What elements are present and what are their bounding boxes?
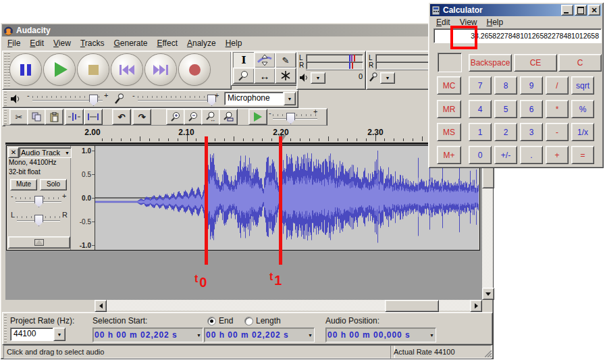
memory-store-button[interactable]: MS bbox=[437, 123, 461, 141]
time-shift-tool-button[interactable]: ↔ bbox=[254, 68, 275, 84]
menu-tracks[interactable]: Tracks bbox=[76, 37, 109, 49]
key-subtract[interactable]: - bbox=[546, 123, 569, 141]
waveform-area[interactable] bbox=[95, 146, 479, 250]
envelope-tool-button[interactable] bbox=[254, 52, 275, 68]
key-5[interactable]: 5 bbox=[494, 100, 517, 118]
toolbar-gripper[interactable] bbox=[4, 110, 7, 124]
memory-clear-button[interactable]: MC bbox=[437, 76, 461, 95]
calculator-titlebar[interactable]: Calculator ✕ bbox=[430, 4, 602, 16]
zoom-out-button[interactable] bbox=[184, 109, 203, 125]
pause-button[interactable] bbox=[10, 54, 41, 85]
horizontal-scrollbar[interactable] bbox=[95, 300, 482, 311]
calc-menu-help[interactable]: Help bbox=[482, 16, 508, 28]
copy-button[interactable] bbox=[27, 109, 46, 125]
zoom-in-button[interactable] bbox=[166, 109, 185, 125]
key-6[interactable]: 6 bbox=[520, 100, 543, 118]
play-button[interactable] bbox=[44, 54, 75, 85]
menu-effect[interactable]: Effect bbox=[152, 37, 182, 49]
toolbar-gripper[interactable] bbox=[4, 53, 7, 87]
key-decimal[interactable]: . bbox=[520, 146, 543, 164]
fit-selection-button[interactable]: ↔ bbox=[201, 109, 220, 125]
menu-help[interactable]: Help bbox=[221, 37, 247, 49]
menu-file[interactable]: File bbox=[3, 37, 25, 49]
key-sqrt[interactable]: sqrt bbox=[571, 76, 594, 95]
pan-slider[interactable] bbox=[34, 215, 43, 226]
combo-dropdown-icon[interactable]: ▼ bbox=[53, 328, 65, 341]
toolbar-gripper[interactable] bbox=[4, 315, 7, 342]
scroll-down-button[interactable] bbox=[482, 288, 494, 300]
dropdown-icon[interactable]: ▼ bbox=[308, 333, 313, 338]
input-source-value[interactable]: Microphone bbox=[224, 92, 284, 105]
key-sign[interactable]: +/- bbox=[494, 146, 517, 164]
zoom-tool-button[interactable] bbox=[233, 68, 255, 84]
menu-view[interactable]: View bbox=[49, 37, 76, 49]
multi-tool-button[interactable] bbox=[275, 68, 296, 84]
paste-button[interactable] bbox=[45, 109, 63, 125]
key-percent[interactable]: % bbox=[571, 100, 594, 118]
silence-selection-button[interactable] bbox=[84, 109, 103, 125]
selection-end-value[interactable]: 00 h 00 m 02,202 s bbox=[206, 330, 289, 340]
mute-button[interactable]: Mute bbox=[10, 179, 37, 190]
skip-to-end-button[interactable] bbox=[145, 54, 176, 85]
key-3[interactable]: 3 bbox=[520, 123, 543, 141]
horizontal-scroll-thumb[interactable] bbox=[385, 300, 439, 312]
input-source-combo[interactable]: Microphone ▼ bbox=[224, 92, 296, 105]
menu-generate[interactable]: Generate bbox=[109, 37, 152, 49]
key-4[interactable]: 4 bbox=[469, 100, 492, 118]
stop-button[interactable] bbox=[78, 54, 109, 85]
output-meter-dropdown[interactable]: ▼ bbox=[311, 72, 325, 84]
selection-start-value[interactable]: 00 h 00 m 02,202 s bbox=[95, 330, 178, 340]
resize-grip[interactable] bbox=[485, 350, 492, 357]
length-radio-label[interactable]: Length bbox=[256, 316, 281, 326]
track-title-menu[interactable]: Audio Track ▼ bbox=[19, 147, 72, 158]
audio-position-value[interactable]: 00 h 00 m 00,000 s bbox=[327, 330, 411, 340]
skip-to-start-button[interactable] bbox=[111, 54, 142, 85]
audacity-titlebar[interactable]: Audacity bbox=[2, 24, 492, 36]
menu-edit[interactable]: Edit bbox=[25, 37, 49, 49]
memory-recall-button[interactable]: MR bbox=[437, 100, 461, 118]
input-meter-r-bar[interactable] bbox=[375, 61, 433, 70]
selection-start-field[interactable]: 00 h 00 m 02,202 s▼ bbox=[93, 328, 203, 342]
maximize-button[interactable] bbox=[575, 5, 587, 16]
close-button[interactable]: ✕ bbox=[588, 5, 600, 16]
track-collapse-button[interactable] bbox=[8, 236, 70, 249]
gain-slider[interactable] bbox=[34, 196, 43, 207]
menu-analyze[interactable]: Analyze bbox=[182, 37, 221, 49]
draw-tool-button[interactable]: ✎ bbox=[275, 52, 296, 68]
backspace-button[interactable]: Backspace bbox=[469, 54, 512, 72]
length-radio[interactable] bbox=[244, 317, 253, 326]
clear-button[interactable]: C bbox=[558, 54, 602, 72]
key-multiply[interactable]: * bbox=[546, 100, 569, 118]
key-0[interactable]: 0 bbox=[469, 146, 492, 164]
clear-entry-button[interactable]: CE bbox=[514, 54, 557, 72]
timeline-ruler[interactable]: 2.002.102.202.30 bbox=[5, 126, 482, 143]
end-radio-label[interactable]: End bbox=[219, 316, 233, 326]
key-9[interactable]: 9 bbox=[520, 76, 543, 95]
cut-button[interactable]: ✂ bbox=[9, 109, 28, 125]
input-meter-dropdown[interactable]: ▼ bbox=[380, 72, 395, 84]
key-add[interactable]: + bbox=[546, 146, 569, 164]
dropdown-icon[interactable]: ▼ bbox=[196, 333, 201, 338]
project-rate-combo[interactable]: 44100 ▼ bbox=[10, 328, 65, 341]
minimize-button[interactable] bbox=[561, 5, 573, 16]
key-reciprocal[interactable]: 1/x bbox=[571, 123, 594, 141]
key-7[interactable]: 7 bbox=[469, 76, 492, 95]
output-meter-r-bar[interactable] bbox=[306, 61, 363, 70]
end-radio[interactable] bbox=[207, 317, 216, 326]
memory-add-button[interactable]: M+ bbox=[437, 146, 461, 164]
key-8[interactable]: 8 bbox=[494, 76, 517, 95]
project-rate-value[interactable]: 44100 bbox=[10, 328, 53, 341]
solo-button[interactable]: Solo bbox=[40, 179, 67, 190]
trim-outside-selection-button[interactable] bbox=[65, 109, 84, 125]
selection-tool-button[interactable]: I bbox=[233, 52, 255, 68]
scroll-right-button[interactable] bbox=[470, 300, 482, 312]
audio-position-field[interactable]: 00 h 00 m 00,000 s▼ bbox=[325, 328, 436, 342]
record-button[interactable] bbox=[179, 54, 210, 85]
selection-end-field[interactable]: 00 h 00 m 02,202 s▼ bbox=[204, 328, 315, 342]
dropdown-icon[interactable]: ▼ bbox=[429, 333, 434, 338]
undo-button[interactable]: ↶ bbox=[112, 109, 131, 125]
play-at-speed-button[interactable] bbox=[248, 109, 267, 125]
redo-button[interactable]: ↷ bbox=[132, 109, 151, 125]
key-2[interactable]: 2 bbox=[494, 123, 517, 141]
output-volume-slider[interactable] bbox=[89, 95, 98, 106]
